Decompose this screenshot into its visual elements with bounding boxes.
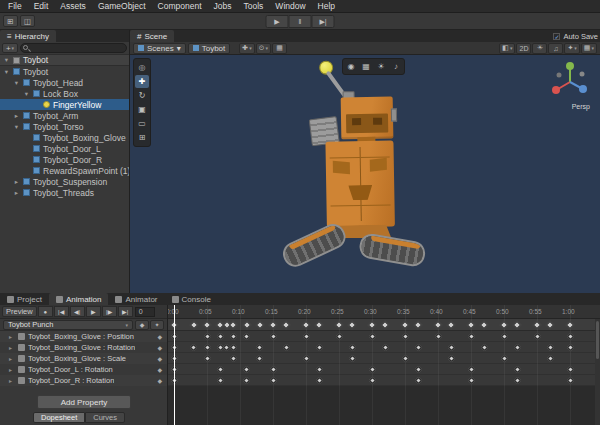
menu-help[interactable]: Help bbox=[312, 0, 341, 12]
auto-save-checkbox[interactable]: ✓ bbox=[553, 33, 560, 40]
foldout-open-icon[interactable]: ▾ bbox=[13, 123, 20, 131]
grid-overlay-icon[interactable]: ▦ bbox=[359, 60, 373, 73]
persp-label[interactable]: Persp bbox=[572, 103, 590, 110]
grid-icon[interactable]: ▦▾ bbox=[581, 43, 597, 54]
foldout-closed-icon[interactable]: ▸ bbox=[9, 333, 15, 340]
prefab-header-row[interactable]: ▾ Toybot bbox=[0, 55, 129, 66]
tab-animator[interactable]: Animator bbox=[108, 293, 164, 305]
hierarchy-item-rewardspawnpoint-1[interactable]: RewardSpawnPoint (1) bbox=[0, 165, 129, 176]
foldout-open-icon[interactable]: ▾ bbox=[13, 79, 20, 87]
tab-project[interactable]: Project bbox=[0, 293, 49, 305]
prev-key-button[interactable]: ◀| bbox=[70, 306, 85, 317]
snap-settings-icon[interactable]: ▦ bbox=[272, 43, 287, 54]
hierarchy-item-toybot-boxing-glove[interactable]: Toybot_Boxing_Glove bbox=[0, 132, 129, 143]
playhead[interactable] bbox=[174, 305, 175, 425]
camera-settings-icon[interactable]: ◉ bbox=[344, 60, 358, 73]
transform-tool-icon[interactable]: ⊞ bbox=[135, 131, 149, 144]
scrollbar-thumb[interactable] bbox=[596, 321, 599, 359]
tab-console[interactable]: Console bbox=[165, 293, 218, 305]
menu-jobs[interactable]: Jobs bbox=[208, 0, 238, 12]
foldout-closed-icon[interactable]: ▸ bbox=[9, 355, 15, 362]
menu-component[interactable]: Component bbox=[152, 0, 208, 12]
effects-icon[interactable]: ✦▾ bbox=[564, 43, 579, 54]
hierarchy-item-fingeryellow[interactable]: FingerYellow bbox=[0, 99, 129, 110]
menu-edit[interactable]: Edit bbox=[28, 0, 55, 12]
foldout-closed-icon[interactable]: ▸ bbox=[13, 112, 20, 120]
menu-file[interactable]: File bbox=[2, 0, 28, 12]
foldout-closed-icon[interactable]: ▸ bbox=[9, 366, 15, 373]
hierarchy-item-toybot-door-r[interactable]: Toybot_Door_R bbox=[0, 154, 129, 165]
add-event-button[interactable]: ✦ bbox=[150, 320, 164, 330]
lighting-toggle-icon[interactable]: ☀ bbox=[532, 43, 547, 54]
foldout-open-icon[interactable]: ▾ bbox=[3, 68, 10, 76]
foldout-closed-icon[interactable]: ▸ bbox=[13, 178, 20, 186]
hierarchy-item-toybot-door-l[interactable]: Toybot_Door_L bbox=[0, 143, 129, 154]
hierarchy-item-toybot[interactable]: ▾Toybot bbox=[0, 66, 129, 77]
menu-tools[interactable]: Tools bbox=[238, 0, 270, 12]
first-key-button[interactable]: |◀ bbox=[54, 306, 69, 317]
anim-property-toybot-boxing-glove-rotation[interactable]: ▸Toybot_Boxing_Glove : Rotation◆ bbox=[0, 342, 167, 353]
tab-scene[interactable]: # Scene bbox=[130, 30, 174, 42]
toybot-model[interactable] bbox=[130, 55, 600, 293]
anim-property-toybot-boxing-glove-position[interactable]: ▸Toybot_Boxing_Glove : Position◆ bbox=[0, 331, 167, 342]
keyframe-icon[interactable]: ◆ bbox=[157, 366, 167, 373]
orientation-gizmo[interactable] bbox=[548, 59, 592, 103]
hierarchy-search-input[interactable] bbox=[20, 43, 127, 53]
hierarchy-item-toybot-threads[interactable]: ▸Toybot_Threads bbox=[0, 187, 129, 198]
foldout-closed-icon[interactable]: ▸ bbox=[9, 344, 15, 351]
hierarchy-item-toybot-arm[interactable]: ▸Toybot_Arm bbox=[0, 110, 129, 121]
dopesheet-toggle[interactable]: Dopesheet bbox=[33, 412, 85, 423]
add-property-button[interactable]: Add Property bbox=[37, 395, 131, 409]
light-overlay-icon[interactable]: ☀ bbox=[374, 60, 388, 73]
tab-hierarchy[interactable]: ≡ Hierarchy bbox=[0, 30, 56, 42]
rotate-tool-icon[interactable]: ↻ bbox=[135, 89, 149, 102]
foldout-closed-icon[interactable]: ▸ bbox=[13, 189, 20, 197]
tool-handle-position-icon[interactable]: ✚▾ bbox=[239, 43, 254, 54]
audio-overlay-icon[interactable]: ♪ bbox=[389, 60, 403, 73]
dopesheet-scrollbar[interactable] bbox=[595, 319, 600, 425]
foldout-open-icon[interactable]: ▾ bbox=[23, 90, 30, 98]
tab-animation[interactable]: Animation bbox=[49, 293, 109, 305]
foldout-closed-icon[interactable]: ▸ bbox=[9, 377, 15, 384]
foldout-open-icon[interactable]: ▾ bbox=[3, 56, 10, 64]
menu-window[interactable]: Window bbox=[269, 0, 311, 12]
2d-toggle[interactable]: 2D bbox=[516, 43, 531, 54]
current-frame-field[interactable]: 0 bbox=[135, 307, 155, 317]
hierarchy-item-toybot-suspension[interactable]: ▸Toybot_Suspension bbox=[0, 176, 129, 187]
dopesheet-area[interactable]: 0:000:050:100:150:200:250:300:350:400:45… bbox=[168, 305, 600, 425]
shading-mode-icon[interactable]: ◧▾ bbox=[499, 43, 515, 54]
step-button[interactable]: ▶| bbox=[312, 15, 335, 28]
hierarchy-item-lock-box[interactable]: ▾Lock Box bbox=[0, 88, 129, 99]
scale-tool-icon[interactable]: ▣ bbox=[135, 103, 149, 116]
play-button[interactable]: ▶ bbox=[266, 15, 289, 28]
preview-button[interactable]: Preview bbox=[2, 306, 37, 317]
auto-save-toggle[interactable]: ✓ Auto Save bbox=[553, 30, 600, 42]
tool-settings-icon[interactable]: ◫ bbox=[20, 15, 35, 27]
add-keyframe-button[interactable]: ◆ bbox=[135, 320, 149, 330]
record-button[interactable]: ● bbox=[38, 306, 53, 317]
anim-property-toybot-door-l-rotation[interactable]: ▸Toybot_Door_L : Rotation◆ bbox=[0, 364, 167, 375]
keyframe-icon[interactable]: ◆ bbox=[157, 344, 167, 351]
move-tool-icon[interactable]: ✚ bbox=[135, 75, 149, 88]
anim-property-toybot-door-r-rotation[interactable]: ▸Toybot_Door_R : Rotation◆ bbox=[0, 375, 167, 386]
menu-gameobject[interactable]: GameObject bbox=[92, 0, 152, 12]
view-tool-icon[interactable]: ◎ bbox=[135, 61, 149, 74]
create-object-button[interactable]: + ▾ bbox=[2, 43, 18, 53]
keyframe-icon[interactable]: ◆ bbox=[157, 333, 167, 340]
tool-handle-rotation-icon[interactable]: ⊙▾ bbox=[256, 43, 271, 54]
play-button[interactable]: ▶ bbox=[86, 306, 101, 317]
breadcrumb-toybot[interactable]: Toybot bbox=[188, 43, 231, 54]
keyframe-icon[interactable]: ◆ bbox=[157, 355, 167, 362]
menu-assets[interactable]: Assets bbox=[54, 0, 92, 12]
next-key-button[interactable]: |▶ bbox=[102, 306, 117, 317]
scene-viewport[interactable]: ◎✚↻▣▭⊞ ◉▦☀♪ Persp bbox=[130, 55, 600, 293]
pause-button[interactable]: ‖ bbox=[289, 15, 312, 28]
rect-tool-icon[interactable]: ▭ bbox=[135, 117, 149, 130]
hierarchy-item-toybot-torso[interactable]: ▾Toybot_Torso bbox=[0, 121, 129, 132]
last-key-button[interactable]: ▶| bbox=[118, 306, 133, 317]
grid-snap-icon[interactable]: ⊞ bbox=[3, 15, 18, 27]
keyframe-icon[interactable]: ◆ bbox=[157, 377, 167, 384]
anim-property-toybot-boxing-glove-scale[interactable]: ▸Toybot_Boxing_Glove : Scale◆ bbox=[0, 353, 167, 364]
timeline-ruler[interactable]: 0:000:050:100:150:200:250:300:350:400:45… bbox=[168, 305, 600, 319]
clip-dropdown[interactable]: Toybot Punch ▾ bbox=[3, 320, 133, 330]
